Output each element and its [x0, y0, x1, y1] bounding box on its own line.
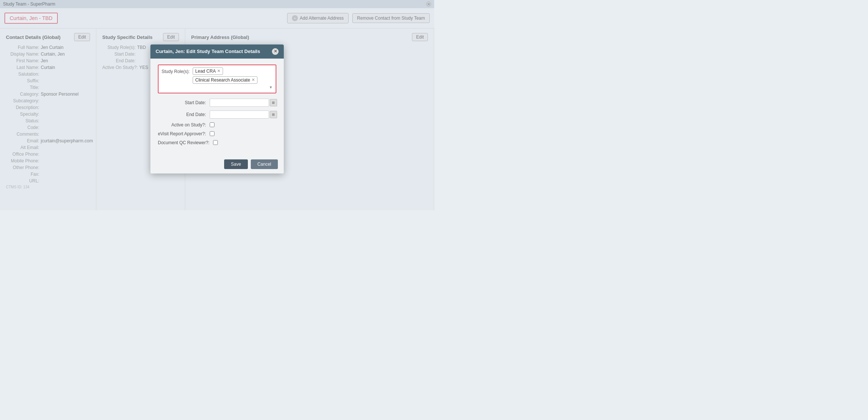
end-date-label: End Date: [158, 112, 210, 117]
modal-title: Curtain, Jen: Edit Study Team Contact De… [156, 49, 260, 54]
cancel-button[interactable]: Cancel [251, 159, 278, 169]
save-button[interactable]: Save [224, 159, 247, 169]
start-date-calendar-icon[interactable]: ⊞ [270, 99, 277, 106]
role-tag-cra: Clinical Research Associate ✕ [193, 76, 257, 84]
modal-header: Curtain, Jen: Edit Study Team Contact De… [150, 44, 284, 59]
modal-overlay: Curtain, Jen: Edit Study Team Contact De… [0, 0, 434, 210]
active-on-study-label: Active on Study?: [158, 122, 210, 128]
end-date-row: End Date: ⊞ [158, 110, 276, 119]
end-date-input[interactable] [210, 110, 269, 119]
active-on-study-checkbox[interactable] [210, 122, 214, 127]
role-tag-lead-cra-remove[interactable]: ✕ [217, 69, 220, 73]
start-date-input[interactable] [210, 99, 269, 107]
edit-study-team-modal: Curtain, Jen: Edit Study Team Contact De… [150, 44, 284, 173]
active-on-study-row: Active on Study?: [158, 122, 276, 128]
evisit-label: eVisit Report Approver?: [158, 131, 210, 136]
end-date-calendar-icon[interactable]: ⊞ [270, 111, 277, 118]
doc-qc-label: Document QC Reviewer?: [158, 140, 213, 145]
evisit-checkbox[interactable] [210, 131, 214, 136]
doc-qc-row: Document QC Reviewer?: [158, 140, 276, 145]
study-roles-container: Study Role(s): Lead CRA ✕ Clinical Resea… [158, 65, 276, 93]
role-tag-lead-cra-label: Lead CRA [195, 69, 216, 74]
role-tag-lead-cra: Lead CRA ✕ [193, 67, 223, 75]
modal-body: Study Role(s): Lead CRA ✕ Clinical Resea… [150, 59, 284, 155]
roles-tags: Lead CRA ✕ Clinical Research Associate ✕ [193, 67, 273, 84]
modal-close-button[interactable]: ✕ [272, 48, 279, 55]
roles-input[interactable] [193, 85, 269, 90]
doc-qc-checkbox[interactable] [213, 140, 218, 145]
roles-chevron-icon[interactable]: ▼ [269, 85, 273, 90]
evisit-row: eVisit Report Approver?: [158, 131, 276, 136]
modal-footer: Save Cancel [150, 155, 284, 173]
start-date-field: ⊞ [210, 99, 277, 107]
role-tag-cra-remove[interactable]: ✕ [252, 77, 255, 82]
start-date-row: Start Date: ⊞ [158, 99, 276, 107]
end-date-field: ⊞ [210, 110, 277, 119]
start-date-label: Start Date: [158, 100, 210, 105]
study-roles-label: Study Role(s): [162, 67, 190, 74]
roles-tags-area: Lead CRA ✕ Clinical Research Associate ✕… [193, 67, 273, 90]
role-tag-cra-label: Clinical Research Associate [195, 77, 250, 83]
